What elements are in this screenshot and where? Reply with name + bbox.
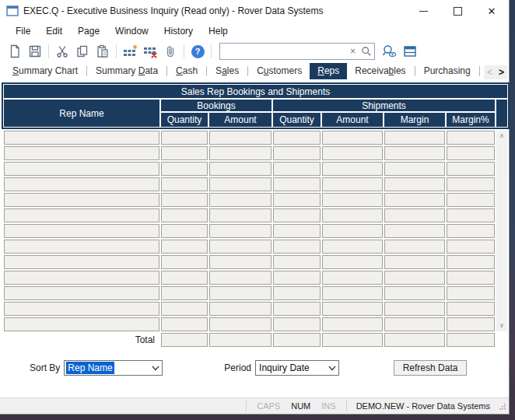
save-button[interactable]	[26, 42, 44, 61]
data-cell[interactable]	[447, 240, 495, 254]
data-cell[interactable]	[384, 162, 445, 176]
rep-name-cell[interactable]	[4, 240, 159, 254]
menu-item-window[interactable]: Window	[107, 23, 156, 40]
data-cell[interactable]	[384, 177, 445, 191]
sort-by-dropdown[interactable]: Rep Name	[64, 360, 163, 376]
rep-name-cell[interactable]	[4, 193, 159, 207]
paste-button[interactable]	[93, 42, 112, 61]
data-cell[interactable]	[384, 208, 445, 222]
search-button[interactable]	[359, 42, 373, 61]
data-cell[interactable]	[209, 146, 272, 160]
data-cell[interactable]	[161, 286, 208, 300]
data-cell[interactable]	[322, 317, 383, 331]
minimize-button[interactable]	[406, 0, 440, 22]
data-cell[interactable]	[322, 224, 383, 238]
data-cell[interactable]	[447, 286, 495, 300]
data-cell[interactable]	[384, 271, 445, 285]
data-cell[interactable]	[209, 255, 272, 269]
rep-name-cell[interactable]	[4, 224, 159, 238]
data-cell[interactable]	[384, 193, 445, 207]
rep-name-cell[interactable]	[4, 317, 159, 331]
rep-name-cell[interactable]	[4, 146, 159, 160]
new-document-button[interactable]	[5, 42, 24, 61]
scroll-up-icon[interactable]: ∧	[499, 131, 504, 142]
clear-search-icon[interactable]: ×	[347, 46, 359, 57]
data-cell[interactable]	[447, 302, 495, 316]
close-button[interactable]: ✕	[475, 0, 509, 22]
data-cell[interactable]	[161, 177, 208, 191]
data-cell[interactable]	[209, 208, 272, 222]
search-input[interactable]	[220, 45, 347, 58]
data-cell[interactable]	[384, 146, 445, 160]
insert-rows-button[interactable]	[121, 42, 139, 61]
data-cell[interactable]	[273, 193, 321, 207]
rep-name-cell[interactable]	[4, 271, 159, 285]
tab-summary-data[interactable]: Summary Data	[88, 63, 166, 79]
data-cell[interactable]	[161, 240, 208, 254]
data-cell[interactable]	[322, 240, 383, 254]
data-cell[interactable]	[384, 317, 445, 331]
data-cell[interactable]	[273, 177, 321, 191]
rep-name-cell[interactable]	[4, 177, 159, 191]
data-cell[interactable]	[447, 193, 495, 207]
data-cell[interactable]	[447, 255, 495, 269]
lookup-preview-button[interactable]	[380, 42, 399, 61]
data-cell[interactable]	[209, 177, 272, 191]
menu-item-edit[interactable]: Edit	[38, 23, 70, 40]
tab-sales[interactable]: Sales	[208, 63, 247, 79]
data-cell[interactable]	[273, 302, 321, 316]
rep-name-cell[interactable]	[4, 255, 159, 269]
data-cell[interactable]	[447, 131, 495, 145]
data-cell[interactable]	[447, 146, 495, 160]
tab-scroll-right-button[interactable]: >	[496, 65, 507, 79]
data-cell[interactable]	[447, 162, 495, 176]
rep-name-cell[interactable]	[4, 286, 159, 300]
menu-item-help[interactable]: Help	[201, 23, 236, 40]
data-cell[interactable]	[273, 131, 321, 145]
window-layout-button[interactable]	[401, 42, 419, 61]
data-cell[interactable]	[322, 208, 383, 222]
data-cell[interactable]	[322, 271, 383, 285]
tab-customers[interactable]: Customers	[249, 63, 310, 79]
resize-grip[interactable]	[495, 402, 509, 411]
data-cell[interactable]	[322, 286, 383, 300]
data-cell[interactable]	[322, 193, 383, 207]
data-cell[interactable]	[384, 131, 445, 145]
rep-name-cell[interactable]	[4, 208, 159, 222]
menu-item-page[interactable]: Page	[70, 23, 107, 40]
rep-name-cell[interactable]	[4, 162, 159, 176]
menu-item-file[interactable]: File	[8, 23, 38, 40]
tab-summary-chart[interactable]: Summary Chart	[5, 63, 86, 79]
rep-name-cell[interactable]	[4, 302, 159, 316]
data-cell[interactable]	[384, 255, 445, 269]
data-cell[interactable]	[447, 224, 495, 238]
data-cell[interactable]	[209, 317, 272, 331]
data-cell[interactable]	[273, 317, 321, 331]
delete-rows-button[interactable]	[141, 42, 159, 61]
scroll-down-icon[interactable]: ∨	[499, 320, 504, 331]
data-cell[interactable]	[322, 255, 383, 269]
data-cell[interactable]	[209, 162, 272, 176]
copy-button[interactable]	[73, 42, 92, 61]
data-cell[interactable]	[273, 224, 321, 238]
rep-name-cell[interactable]	[4, 131, 159, 145]
data-cell[interactable]	[447, 317, 495, 331]
data-cell[interactable]	[161, 162, 208, 176]
data-cell[interactable]	[322, 146, 383, 160]
tab-purchasing[interactable]: Purchasing	[416, 63, 478, 79]
data-cell[interactable]	[384, 302, 445, 316]
data-cell[interactable]	[273, 271, 321, 285]
data-cell[interactable]	[161, 271, 208, 285]
data-cell[interactable]	[209, 224, 272, 238]
data-cell[interactable]	[209, 240, 272, 254]
maximize-button[interactable]	[440, 0, 475, 22]
data-cell[interactable]	[322, 131, 383, 145]
data-cell[interactable]	[209, 193, 272, 207]
data-cell[interactable]	[273, 240, 321, 254]
tab-reps[interactable]: Reps	[310, 63, 347, 79]
data-cell[interactable]	[322, 162, 383, 176]
data-cell[interactable]	[161, 255, 208, 269]
cut-button[interactable]	[53, 42, 72, 61]
data-cell[interactable]	[209, 131, 272, 145]
data-cell[interactable]	[161, 146, 208, 160]
